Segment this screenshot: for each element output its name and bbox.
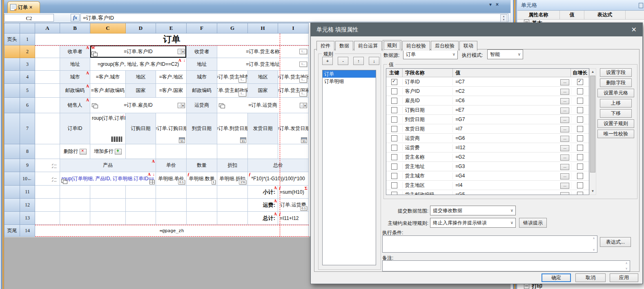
pk-checkbox[interactable] [391, 182, 397, 188]
autoincrement-checkbox[interactable] [577, 135, 583, 141]
field-row-运货商[interactable]: 运货商=G6... [386, 134, 589, 143]
ellipsis-button[interactable]: ... [560, 108, 569, 114]
band-cell[interactable] [4, 212, 20, 225]
field-row-到货日期[interactable]: 到货日期=G7... [386, 115, 589, 124]
field-value[interactable]: =E7 [453, 107, 559, 113]
band-cell[interactable] [4, 199, 20, 212]
cancel-button[interactable]: 取消 [575, 273, 606, 282]
dialog-titlebar[interactable]: 单元格 填报属性 ✕ [311, 23, 642, 36]
row-header-6[interactable]: 6 [20, 98, 35, 113]
field-row-运货费[interactable]: 运货费=I12... [386, 143, 589, 152]
band-cell[interactable] [4, 98, 20, 113]
grid-cell-a10[interactable] [35, 172, 60, 186]
col-header-A[interactable]: A [35, 23, 60, 34]
calendar-icon[interactable]: 31 [240, 137, 246, 143]
grid-cell-f3[interactable]: 地址 [187, 58, 217, 71]
rule-button--[interactable]: - [338, 57, 348, 65]
grid-cell-empty[interactable] [278, 144, 309, 159]
dialog-tab-后台校验[interactable]: 后台校验 [431, 41, 459, 51]
dialog-tab-前台校验[interactable]: 前台校验 [402, 41, 430, 51]
grid-cell-empty[interactable] [35, 45, 60, 58]
field-row-客户ID[interactable]: 客户ID=C2... [386, 87, 589, 96]
input-field-icon[interactable]: I... [299, 49, 307, 54]
collapse-icon[interactable] [524, 20, 529, 22]
formula-input[interactable]: =订单.客户ID ▲▼ [80, 13, 508, 22]
grid-cell-b6[interactable]: 销售人 A [60, 98, 90, 113]
fx-button[interactable]: fx [71, 14, 80, 22]
decimal-format-icon[interactable]: 0.1 [178, 180, 185, 184]
grid-cell-i11[interactable]: =sum(H10) ƒ Σ [278, 186, 309, 199]
field-value[interactable]: =C6 [453, 98, 559, 103]
collapse-icon[interactable] [524, 284, 529, 289]
pk-checkbox[interactable] [391, 107, 397, 113]
submit-scope-select[interactable]: 提交修改数据 [430, 206, 516, 215]
calendar-icon[interactable]: 31 [179, 137, 185, 143]
pk-checkbox[interactable] [391, 173, 397, 179]
link-icon[interactable] [219, 103, 225, 108]
checklist-icon[interactable] [51, 163, 59, 169]
autoincrement-checkbox[interactable] [577, 126, 583, 132]
field-row-货主地址[interactable]: 货主地址=G3... [386, 162, 589, 171]
row-header-10[interactable]: 10← [20, 172, 35, 186]
grid-cell-empty[interactable] [156, 144, 187, 159]
grid-cell-f7[interactable]: 到货日期 [187, 113, 217, 144]
row-header-14[interactable]: 14 [20, 225, 35, 237]
grid-cell-empty[interactable] [35, 186, 60, 199]
ellipsis-button[interactable]: ... [560, 126, 569, 132]
grid-cell-empty[interactable] [35, 144, 60, 159]
rule-button-+[interactable]: + [322, 57, 333, 65]
ellipsis-button[interactable]: ... [560, 164, 569, 170]
grid-cell-empty[interactable] [217, 212, 248, 225]
exec-condition-textarea[interactable] [382, 235, 597, 253]
panel-header[interactable]: 单元格 [517, 0, 644, 11]
header-value[interactable]: 值 [453, 69, 571, 77]
grid-cell-c4[interactable]: =客户.城市 [90, 71, 126, 84]
row-header-12[interactable]: 12 [20, 199, 35, 212]
dialog-close-icon[interactable]: ✕ [631, 23, 637, 36]
grid-cell-empty[interactable] [187, 212, 217, 225]
autoincrement-checkbox[interactable] [577, 145, 583, 151]
rule-button-↓[interactable]: ↓ [369, 57, 379, 65]
grid-cell-b7[interactable]: 订单ID [60, 113, 90, 144]
row-header-1[interactable]: 1 [20, 34, 35, 45]
grid-cell-empty[interactable] [126, 199, 156, 212]
band-cell[interactable] [4, 186, 20, 199]
grid-corner[interactable] [4, 23, 20, 34]
field-row-雇员ID[interactable]: 雇员ID=C6... [386, 96, 589, 105]
grid-cell-h7[interactable]: 发货日期 [248, 113, 278, 144]
row-header-11[interactable]: 11 [20, 186, 35, 199]
grid-cell-empty[interactable] [126, 186, 156, 199]
link-icon[interactable] [61, 179, 67, 184]
field-value[interactable]: =G3 [453, 164, 559, 169]
grid-cell-b3[interactable]: 地址 [60, 58, 90, 71]
ellipsis-button[interactable]: ... [560, 98, 569, 104]
grid-cell-e10[interactable]: 单明细.单价 0.1 [156, 172, 187, 186]
grid-cell-empty[interactable] [187, 144, 217, 159]
field-row-货主名称[interactable]: 货主名称=G2... [386, 152, 589, 162]
row-header-4[interactable]: 4 [20, 71, 35, 84]
panel-col-value[interactable]: 值 [560, 11, 584, 19]
pk-checkbox[interactable] [391, 88, 397, 94]
scroll-thumb[interactable] [590, 76, 595, 173]
input-field-icon[interactable]: I... [299, 91, 307, 96]
integer-format-icon[interactable]: 1 [212, 180, 216, 184]
grid-cell-i13[interactable]: =I11+I12 ƒ [278, 212, 309, 225]
field-value[interactable]: =C7 [453, 79, 559, 85]
grid-cell-d5[interactable]: 国家 [126, 84, 156, 98]
grid-cell-f6[interactable]: 运货商 [187, 98, 217, 113]
autoincrement-checkbox[interactable] [577, 173, 583, 179]
combo-dropdown-icon[interactable]: ▾ [300, 103, 307, 108]
field-value[interactable]: =G7 [453, 116, 559, 122]
grid-cell-f10[interactable]: 单明细.数量 ƒ 1 [187, 172, 217, 186]
grid-cell-h11[interactable]: 小计: A [248, 186, 278, 199]
field-row-货主城市[interactable]: 货主城市=G4... [386, 171, 589, 181]
autoincrement-checkbox[interactable] [577, 79, 583, 85]
col-header-I[interactable]: I [278, 23, 309, 34]
row-header-8[interactable]: 8 [20, 144, 35, 159]
field-value[interactable]: =G2 [453, 154, 559, 160]
input-field-icon[interactable]: I... [299, 77, 307, 83]
autoincrement-checkbox[interactable] [577, 116, 583, 123]
grid-cell-b5[interactable]: 邮政编码 A [60, 84, 90, 98]
field-row-订购日期[interactable]: 订购日期=E7... [386, 105, 589, 115]
side-button-设置字段[interactable]: 设置字段 [600, 68, 632, 77]
